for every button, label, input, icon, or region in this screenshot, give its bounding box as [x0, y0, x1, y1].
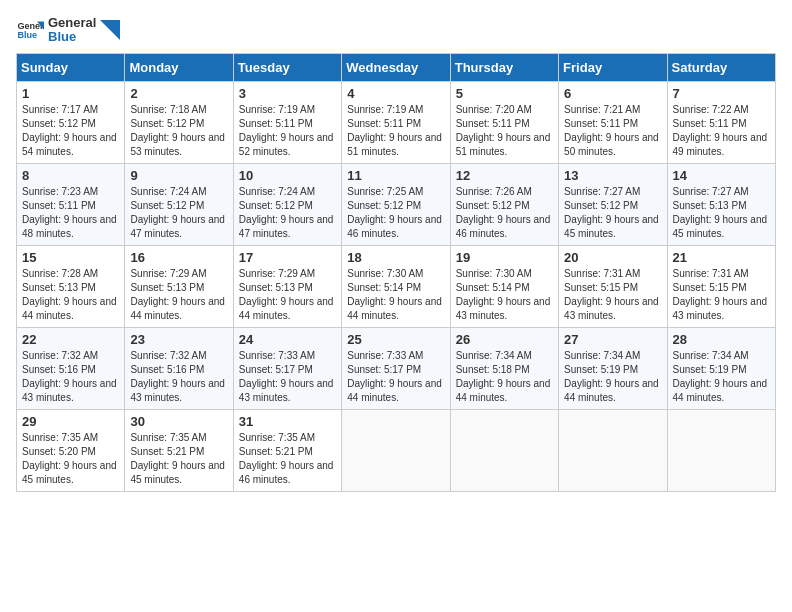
- calendar-body: 1 Sunrise: 7:17 AM Sunset: 5:12 PM Dayli…: [17, 81, 776, 491]
- logo-icon: General Blue: [16, 16, 44, 44]
- day-info: Sunrise: 7:21 AM Sunset: 5:11 PM Dayligh…: [564, 103, 661, 159]
- calendar-cell: 10 Sunrise: 7:24 AM Sunset: 5:12 PM Dayl…: [233, 163, 341, 245]
- day-info: Sunrise: 7:27 AM Sunset: 5:13 PM Dayligh…: [673, 185, 770, 241]
- weekday-header-thursday: Thursday: [450, 53, 558, 81]
- day-info: Sunrise: 7:35 AM Sunset: 5:21 PM Dayligh…: [130, 431, 227, 487]
- day-info: Sunrise: 7:34 AM Sunset: 5:18 PM Dayligh…: [456, 349, 553, 405]
- page-header: General Blue General Blue: [16, 16, 776, 45]
- day-info: Sunrise: 7:33 AM Sunset: 5:17 PM Dayligh…: [239, 349, 336, 405]
- day-number: 30: [130, 414, 227, 429]
- day-number: 20: [564, 250, 661, 265]
- day-number: 14: [673, 168, 770, 183]
- day-number: 5: [456, 86, 553, 101]
- calendar-cell: 18 Sunrise: 7:30 AM Sunset: 5:14 PM Dayl…: [342, 245, 450, 327]
- day-number: 31: [239, 414, 336, 429]
- day-info: Sunrise: 7:32 AM Sunset: 5:16 PM Dayligh…: [22, 349, 119, 405]
- logo-arrow-icon: [100, 20, 120, 40]
- calendar-cell: 24 Sunrise: 7:33 AM Sunset: 5:17 PM Dayl…: [233, 327, 341, 409]
- calendar-cell: 25 Sunrise: 7:33 AM Sunset: 5:17 PM Dayl…: [342, 327, 450, 409]
- day-info: Sunrise: 7:19 AM Sunset: 5:11 PM Dayligh…: [347, 103, 444, 159]
- calendar-cell: 13 Sunrise: 7:27 AM Sunset: 5:12 PM Dayl…: [559, 163, 667, 245]
- calendar-cell: 27 Sunrise: 7:34 AM Sunset: 5:19 PM Dayl…: [559, 327, 667, 409]
- calendar-cell: 12 Sunrise: 7:26 AM Sunset: 5:12 PM Dayl…: [450, 163, 558, 245]
- day-number: 3: [239, 86, 336, 101]
- day-info: Sunrise: 7:17 AM Sunset: 5:12 PM Dayligh…: [22, 103, 119, 159]
- day-number: 22: [22, 332, 119, 347]
- day-info: Sunrise: 7:26 AM Sunset: 5:12 PM Dayligh…: [456, 185, 553, 241]
- day-info: Sunrise: 7:24 AM Sunset: 5:12 PM Dayligh…: [239, 185, 336, 241]
- calendar-cell: 29 Sunrise: 7:35 AM Sunset: 5:20 PM Dayl…: [17, 409, 125, 491]
- calendar-cell: 4 Sunrise: 7:19 AM Sunset: 5:11 PM Dayli…: [342, 81, 450, 163]
- calendar-week-row: 29 Sunrise: 7:35 AM Sunset: 5:20 PM Dayl…: [17, 409, 776, 491]
- day-info: Sunrise: 7:34 AM Sunset: 5:19 PM Dayligh…: [564, 349, 661, 405]
- calendar-cell: 2 Sunrise: 7:18 AM Sunset: 5:12 PM Dayli…: [125, 81, 233, 163]
- calendar-cell: 26 Sunrise: 7:34 AM Sunset: 5:18 PM Dayl…: [450, 327, 558, 409]
- day-info: Sunrise: 7:25 AM Sunset: 5:12 PM Dayligh…: [347, 185, 444, 241]
- calendar-cell: 5 Sunrise: 7:20 AM Sunset: 5:11 PM Dayli…: [450, 81, 558, 163]
- day-number: 16: [130, 250, 227, 265]
- day-number: 19: [456, 250, 553, 265]
- calendar-week-row: 1 Sunrise: 7:17 AM Sunset: 5:12 PM Dayli…: [17, 81, 776, 163]
- day-info: Sunrise: 7:34 AM Sunset: 5:19 PM Dayligh…: [673, 349, 770, 405]
- calendar-cell: 9 Sunrise: 7:24 AM Sunset: 5:12 PM Dayli…: [125, 163, 233, 245]
- day-info: Sunrise: 7:22 AM Sunset: 5:11 PM Dayligh…: [673, 103, 770, 159]
- calendar-cell: 20 Sunrise: 7:31 AM Sunset: 5:15 PM Dayl…: [559, 245, 667, 327]
- day-number: 25: [347, 332, 444, 347]
- calendar-week-row: 15 Sunrise: 7:28 AM Sunset: 5:13 PM Dayl…: [17, 245, 776, 327]
- calendar-cell: 30 Sunrise: 7:35 AM Sunset: 5:21 PM Dayl…: [125, 409, 233, 491]
- weekday-header-tuesday: Tuesday: [233, 53, 341, 81]
- weekday-header-saturday: Saturday: [667, 53, 775, 81]
- day-info: Sunrise: 7:32 AM Sunset: 5:16 PM Dayligh…: [130, 349, 227, 405]
- day-info: Sunrise: 7:20 AM Sunset: 5:11 PM Dayligh…: [456, 103, 553, 159]
- calendar-cell: 6 Sunrise: 7:21 AM Sunset: 5:11 PM Dayli…: [559, 81, 667, 163]
- logo-blue: Blue: [48, 30, 96, 44]
- day-number: 8: [22, 168, 119, 183]
- logo: General Blue General Blue: [16, 16, 120, 45]
- calendar-cell: 14 Sunrise: 7:27 AM Sunset: 5:13 PM Dayl…: [667, 163, 775, 245]
- weekday-header-monday: Monday: [125, 53, 233, 81]
- day-info: Sunrise: 7:30 AM Sunset: 5:14 PM Dayligh…: [456, 267, 553, 323]
- calendar-cell: 23 Sunrise: 7:32 AM Sunset: 5:16 PM Dayl…: [125, 327, 233, 409]
- day-info: Sunrise: 7:28 AM Sunset: 5:13 PM Dayligh…: [22, 267, 119, 323]
- day-number: 1: [22, 86, 119, 101]
- day-number: 23: [130, 332, 227, 347]
- day-number: 6: [564, 86, 661, 101]
- calendar-week-row: 8 Sunrise: 7:23 AM Sunset: 5:11 PM Dayli…: [17, 163, 776, 245]
- calendar-cell: 1 Sunrise: 7:17 AM Sunset: 5:12 PM Dayli…: [17, 81, 125, 163]
- svg-marker-3: [100, 20, 120, 40]
- calendar-cell: 3 Sunrise: 7:19 AM Sunset: 5:11 PM Dayli…: [233, 81, 341, 163]
- logo-general: General: [48, 16, 96, 30]
- day-number: 7: [673, 86, 770, 101]
- day-number: 29: [22, 414, 119, 429]
- day-number: 10: [239, 168, 336, 183]
- calendar-cell: [667, 409, 775, 491]
- calendar-cell: [559, 409, 667, 491]
- calendar-cell: 8 Sunrise: 7:23 AM Sunset: 5:11 PM Dayli…: [17, 163, 125, 245]
- calendar-week-row: 22 Sunrise: 7:32 AM Sunset: 5:16 PM Dayl…: [17, 327, 776, 409]
- weekday-header-wednesday: Wednesday: [342, 53, 450, 81]
- day-number: 2: [130, 86, 227, 101]
- calendar-cell: [450, 409, 558, 491]
- calendar-cell: 7 Sunrise: 7:22 AM Sunset: 5:11 PM Dayli…: [667, 81, 775, 163]
- calendar-cell: 28 Sunrise: 7:34 AM Sunset: 5:19 PM Dayl…: [667, 327, 775, 409]
- weekday-header-sunday: Sunday: [17, 53, 125, 81]
- day-info: Sunrise: 7:31 AM Sunset: 5:15 PM Dayligh…: [564, 267, 661, 323]
- day-info: Sunrise: 7:35 AM Sunset: 5:20 PM Dayligh…: [22, 431, 119, 487]
- day-info: Sunrise: 7:18 AM Sunset: 5:12 PM Dayligh…: [130, 103, 227, 159]
- calendar-cell: 16 Sunrise: 7:29 AM Sunset: 5:13 PM Dayl…: [125, 245, 233, 327]
- calendar-cell: 15 Sunrise: 7:28 AM Sunset: 5:13 PM Dayl…: [17, 245, 125, 327]
- day-number: 27: [564, 332, 661, 347]
- day-number: 18: [347, 250, 444, 265]
- weekday-header-friday: Friday: [559, 53, 667, 81]
- day-number: 4: [347, 86, 444, 101]
- day-info: Sunrise: 7:29 AM Sunset: 5:13 PM Dayligh…: [130, 267, 227, 323]
- day-info: Sunrise: 7:23 AM Sunset: 5:11 PM Dayligh…: [22, 185, 119, 241]
- day-number: 13: [564, 168, 661, 183]
- day-number: 12: [456, 168, 553, 183]
- day-info: Sunrise: 7:35 AM Sunset: 5:21 PM Dayligh…: [239, 431, 336, 487]
- day-info: Sunrise: 7:24 AM Sunset: 5:12 PM Dayligh…: [130, 185, 227, 241]
- calendar-cell: 31 Sunrise: 7:35 AM Sunset: 5:21 PM Dayl…: [233, 409, 341, 491]
- day-number: 28: [673, 332, 770, 347]
- day-number: 15: [22, 250, 119, 265]
- day-number: 9: [130, 168, 227, 183]
